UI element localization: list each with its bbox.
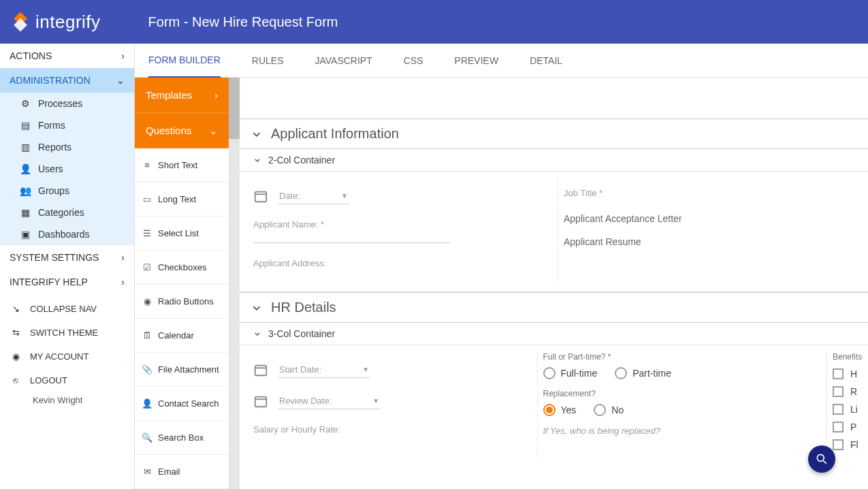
fullpart-label: Full or Part-time? *: [543, 352, 822, 362]
questions-header[interactable]: Questions ⌄: [135, 113, 229, 148]
sidebar-item-reports[interactable]: ▥ Reports: [0, 136, 134, 158]
section-hr-details[interactable]: HR Details: [240, 292, 868, 323]
theme-label: SWITCH THEME: [30, 328, 98, 338]
tab-css[interactable]: CSS: [404, 44, 423, 77]
sidebar-sub-label: Forms: [38, 120, 65, 131]
dropdown-icon: ▼: [372, 397, 379, 405]
question-file-attachment[interactable]: 📎File Attachment: [135, 353, 229, 387]
date-label: Date:: [279, 191, 300, 201]
sidebar-administration[interactable]: ADMINISTRATION ⌄: [0, 68, 134, 93]
sidebar-item-groups[interactable]: 👥 Groups: [0, 180, 134, 202]
radio-no[interactable]: No: [594, 404, 624, 416]
sidebar-item-categories[interactable]: ▦ Categories: [0, 202, 134, 223]
label: Fl: [850, 439, 858, 450]
field-applicant-name[interactable]: Applicant Name: *: [253, 219, 552, 243]
label: Applicant Name: *: [253, 219, 552, 230]
svg-rect-6: [255, 397, 267, 407]
question-radio-buttons[interactable]: ◉Radio Buttons: [135, 285, 229, 319]
sidebar: ACTIONS › ADMINISTRATION ⌄ ⚙ Processes ▤…: [0, 44, 135, 489]
svg-rect-2: [255, 192, 267, 202]
label: Applicant Acceptance Letter: [564, 213, 682, 224]
question-checkboxes[interactable]: ☑Checkboxes: [135, 251, 229, 285]
benefit-fl[interactable]: Fl: [833, 439, 863, 450]
brand-logo: integrify: [11, 12, 101, 33]
question-select-list[interactable]: ☰Select List: [135, 217, 229, 251]
palette-scrollbar[interactable]: [229, 78, 240, 489]
tab-rules[interactable]: RULES: [252, 44, 284, 77]
form-icon: ▤: [19, 120, 31, 131]
benefit-h[interactable]: H: [833, 368, 863, 379]
dropdown-icon: ▼: [341, 192, 348, 200]
sidebar-sub-label: Groups: [38, 185, 69, 196]
email-icon: ✉: [142, 467, 152, 477]
theme-icon: ⇆: [10, 328, 22, 338]
sidebar-item-processes[interactable]: ⚙ Processes: [0, 93, 134, 114]
container-3col[interactable]: 3-Col Container: [240, 323, 868, 345]
question-contact-search[interactable]: 👤Contact Search: [135, 387, 229, 421]
calendar-icon: [253, 394, 268, 409]
label: R: [850, 386, 857, 397]
field-review-date[interactable]: Review Date: ▼: [253, 393, 532, 409]
form-canvas: Applicant Information 2-Col Container Da…: [240, 78, 868, 489]
question-long-text[interactable]: ▭Long Text: [135, 183, 229, 217]
question-short-text[interactable]: ≡Short Text: [135, 148, 229, 183]
field-resume[interactable]: Applicant Resume: [564, 236, 863, 247]
radio-yes[interactable]: Yes: [543, 404, 577, 416]
my-account[interactable]: ◉ MY ACCOUNT: [0, 345, 134, 368]
field-date[interactable]: Date: ▼: [253, 188, 552, 204]
benefit-li[interactable]: Li: [833, 404, 863, 415]
chevron-down-icon: [249, 300, 264, 315]
search-fab[interactable]: [808, 445, 835, 473]
q-label: Calendar: [158, 330, 194, 341]
field-start-date[interactable]: Start Date: ▼: [253, 362, 532, 378]
q-label: Checkboxes: [158, 262, 207, 272]
sidebar-system-label: SYSTEM SETTINGS: [10, 252, 99, 263]
chevron-right-icon: ›: [121, 252, 125, 263]
account-label: MY ACCOUNT: [30, 351, 89, 362]
sidebar-item-forms[interactable]: ▤ Forms: [0, 114, 134, 136]
tab-detail[interactable]: DETAIL: [530, 44, 562, 77]
sitemap-icon: ⚙: [19, 98, 31, 109]
field-acceptance-letter[interactable]: Applicant Acceptance Letter: [564, 213, 863, 224]
benefit-p[interactable]: P: [833, 422, 863, 432]
label: H: [850, 368, 857, 379]
dropdown-icon: ▼: [362, 366, 369, 373]
logout[interactable]: ⎋ LOGOUT: [0, 368, 134, 392]
q-label: Contact Search: [158, 398, 219, 409]
field-salary[interactable]: Salary or Hourly Rate:: [253, 424, 532, 435]
question-email[interactable]: ✉Email: [135, 455, 229, 489]
templates-header[interactable]: Templates ›: [135, 78, 229, 113]
page-title: Form - New Hire Request Form: [148, 14, 338, 30]
sidebar-item-users[interactable]: 👤 Users: [0, 158, 134, 180]
sidebar-sub-label: Dashboards: [38, 229, 90, 240]
field-job-title[interactable]: Job Title *: [564, 188, 863, 198]
container-2col[interactable]: 2-Col Container: [240, 149, 868, 172]
tab-form-builder[interactable]: FORM BUILDER: [148, 44, 221, 78]
radio-parttime[interactable]: Part-time: [615, 367, 671, 379]
section-applicant-info[interactable]: Applicant Information: [240, 119, 868, 149]
tab-preview[interactable]: PREVIEW: [455, 44, 499, 77]
benefit-r[interactable]: R: [833, 386, 863, 397]
label: If Yes, who is being replaced?: [543, 426, 822, 436]
admin-subnav: ⚙ Processes ▤ Forms ▥ Reports 👤 Users 👥 …: [0, 93, 134, 245]
sidebar-help[interactable]: INTEGRIFY HELP ›: [0, 270, 134, 294]
label: Full-time: [561, 368, 598, 379]
sidebar-item-dashboards[interactable]: ▣ Dashboards: [0, 223, 134, 245]
tab-javascript[interactable]: JAVASCRIPT: [315, 44, 372, 77]
field-applicant-address[interactable]: Applicant Address:: [253, 258, 552, 268]
sidebar-sub-label: Users: [38, 163, 63, 174]
question-search-box[interactable]: 🔍Search Box: [135, 421, 229, 455]
field-replaced-who[interactable]: If Yes, who is being replaced?: [543, 426, 822, 436]
sidebar-system-settings[interactable]: SYSTEM SETTINGS ›: [0, 245, 134, 270]
label: Yes: [561, 405, 577, 415]
radio-fulltime[interactable]: Full-time: [543, 367, 598, 379]
group-icon: 👥: [19, 185, 31, 196]
switch-theme[interactable]: ⇆ SWITCH THEME: [0, 321, 134, 345]
sidebar-actions[interactable]: ACTIONS ›: [0, 44, 134, 68]
q-label: Search Box: [158, 432, 204, 443]
question-calendar[interactable]: 🗓Calendar: [135, 319, 229, 353]
brand-mark-icon: [11, 12, 30, 31]
scrollbar-thumb[interactable]: [229, 78, 240, 139]
chevron-right-icon: ›: [121, 277, 125, 287]
collapse-nav[interactable]: ↘ COLLAPSE NAV: [0, 297, 134, 321]
